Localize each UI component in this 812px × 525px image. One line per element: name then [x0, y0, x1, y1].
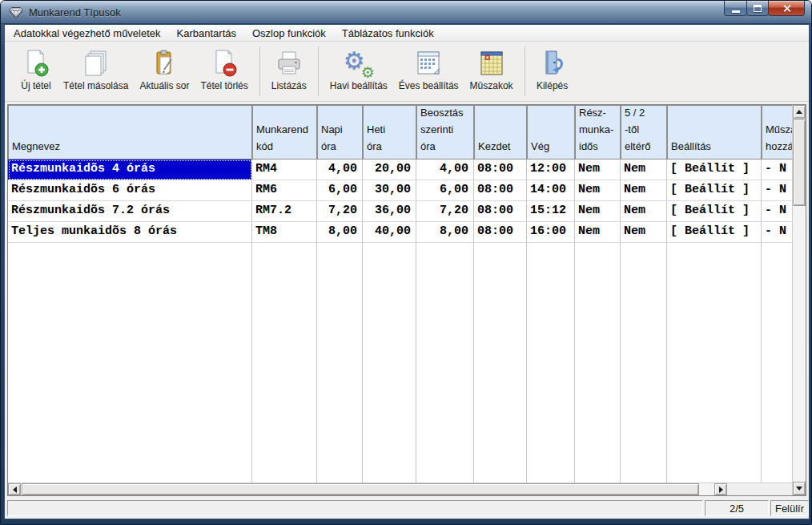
- table-cell[interactable]: Nem: [621, 222, 667, 243]
- table-cell[interactable]: RM6: [252, 180, 317, 201]
- menu-maintenance[interactable]: Karbantartás: [169, 26, 244, 41]
- beallit-button-cell[interactable]: [ Beállít ]: [667, 222, 762, 243]
- scroll-left-button[interactable]: [8, 483, 21, 495]
- table-cell[interactable]: Teljes munkaidõs 8 órás: [8, 222, 252, 243]
- client-area: Adatokkal végezhető műveletek Karbantart…: [4, 24, 810, 519]
- column-header-label: Beosztás szerinti óra: [420, 105, 463, 155]
- table-cell[interactable]: Nem: [621, 180, 667, 201]
- table-cell[interactable]: 08:00: [474, 180, 527, 201]
- table-cell[interactable]: 30,00: [363, 180, 416, 201]
- column-header-5-2-eltero[interactable]: 5 / 2 -től eltérő: [621, 105, 667, 160]
- horizontal-scroll-thumb[interactable]: [22, 483, 699, 495]
- menu-column-functions[interactable]: Oszlop funkciók: [244, 26, 334, 41]
- column-header-reszmunkaidos[interactable]: Rész- munka- idős: [575, 105, 621, 160]
- exit-button[interactable]: Kilépés: [531, 46, 574, 93]
- table-cell[interactable]: - N: [762, 160, 792, 180]
- menu-bar: Adatokkal végezhető műveletek Karbantart…: [5, 25, 809, 42]
- table-row: Teljes munkaidõs 8 órás TM8 8,00 40,00 8…: [8, 222, 792, 243]
- table-cell[interactable]: 7,20: [317, 201, 363, 222]
- table-cell-selected[interactable]: Részmunkaidõs 4 órás: [8, 160, 252, 180]
- column-header-veg[interactable]: Vég: [527, 105, 575, 160]
- beallit-button-cell[interactable]: [ Beállít ]: [667, 180, 762, 201]
- beallit-button-cell[interactable]: [ Beállít ]: [667, 160, 762, 180]
- table-cell[interactable]: 12:00: [527, 160, 575, 180]
- scroll-down-button[interactable]: [793, 482, 806, 495]
- column-header-beallitas[interactable]: Beállítás: [667, 105, 762, 160]
- column-header-beosztas-ora[interactable]: Beosztás szerinti óra: [416, 105, 474, 160]
- toolbar-separator: [259, 46, 260, 96]
- table-cell[interactable]: 14:00: [527, 180, 575, 201]
- toolbar-label: Listázás: [271, 80, 307, 91]
- copy-item-button[interactable]: Tétel másolása: [58, 46, 134, 93]
- table-cell[interactable]: 6,00: [317, 180, 363, 201]
- table-cell[interactable]: - N: [762, 201, 792, 222]
- table-cell[interactable]: - N: [762, 222, 792, 243]
- scrollbar-corner: [727, 483, 792, 495]
- table-cell[interactable]: 08:00: [474, 160, 527, 180]
- column-header-label: Beállítás: [671, 138, 711, 155]
- table-cell[interactable]: 40,00: [363, 222, 416, 243]
- beallit-button-cell[interactable]: [ Beállít ]: [667, 201, 762, 222]
- table-cell[interactable]: Részmunkaidõs 6 órás: [8, 180, 252, 201]
- scroll-right-button[interactable]: [714, 483, 727, 495]
- new-item-button[interactable]: Új tétel: [14, 46, 58, 93]
- yearly-settings-button[interactable]: Éves beállítás: [393, 46, 464, 93]
- table-cell[interactable]: Nem: [575, 201, 621, 222]
- table-cell[interactable]: TM8: [252, 222, 317, 243]
- column-header-kezdet[interactable]: Kezdet: [474, 105, 527, 160]
- column-header-label: Heti óra: [367, 121, 385, 155]
- horizontal-scrollbar[interactable]: [8, 483, 727, 495]
- table-cell[interactable]: Nem: [575, 160, 621, 180]
- toolbar-label: Tétel törlés: [200, 80, 247, 91]
- table-cell[interactable]: 4,00: [416, 160, 474, 180]
- table-cell[interactable]: Nem: [621, 201, 667, 222]
- table-cell[interactable]: 08:00: [474, 201, 527, 222]
- column-header-napi-ora[interactable]: Napi óra: [317, 105, 363, 160]
- table-cell[interactable]: RM7.2: [252, 201, 317, 222]
- grid-body: Részmunkaidõs 4 órás RM4 4,00 20,00 4,00…: [8, 160, 792, 483]
- toolbar-label: Éves beállítás: [399, 80, 459, 91]
- column-header-muszak-hozza[interactable]: Műsza hozzá: [762, 105, 792, 160]
- list-print-button[interactable]: Listázás: [266, 46, 312, 93]
- table-cell[interactable]: 16:00: [527, 222, 575, 243]
- toolbar-label: Új tétel: [21, 80, 50, 91]
- monthly-settings-button[interactable]: ⚙⚙ Havi beállítás: [324, 46, 393, 93]
- column-header-munkarend-kod[interactable]: Munkarend kód: [252, 105, 317, 160]
- table-cell[interactable]: - N: [762, 180, 792, 201]
- toolbar-separator: [525, 46, 525, 96]
- table-cell[interactable]: RM4: [252, 160, 317, 180]
- table-cell[interactable]: 15:12: [527, 201, 575, 222]
- vertical-scrollbar[interactable]: [792, 105, 806, 495]
- delete-item-button[interactable]: Tétel törlés: [195, 46, 253, 93]
- table-cell[interactable]: Részmunkaidõs 7.2 órás: [8, 201, 252, 222]
- menu-table-functions[interactable]: Táblázatos funkciók: [334, 26, 442, 41]
- vertical-scroll-thumb[interactable]: [793, 119, 806, 206]
- table-cell[interactable]: 6,00: [416, 180, 474, 201]
- shifts-button[interactable]: Mûszakok: [464, 46, 519, 93]
- table-cell[interactable]: 7,20: [416, 201, 474, 222]
- titlebar[interactable]: Munkarend Típusok: [1, 1, 811, 24]
- table-cell[interactable]: Nem: [575, 222, 621, 243]
- status-message-panel: [7, 500, 703, 516]
- table-cell[interactable]: Nem: [621, 160, 667, 180]
- menu-data-operations[interactable]: Adatokkal végezhető műveletek: [5, 26, 169, 41]
- column-header-label: Műsza hozzá: [766, 121, 792, 155]
- table-cell[interactable]: 36,00: [363, 201, 416, 222]
- table-cell[interactable]: 8,00: [416, 222, 474, 243]
- scroll-up-button[interactable]: [793, 105, 806, 119]
- column-header-heti-ora[interactable]: Heti óra: [363, 105, 416, 160]
- minimize-button[interactable]: [724, 1, 747, 16]
- column-header-megnevez[interactable]: Megnevez: [8, 105, 252, 160]
- exit-door-icon: [537, 48, 568, 79]
- current-row-button[interactable]: Aktuális sor: [134, 46, 195, 93]
- table-cell[interactable]: 8,00: [317, 222, 363, 243]
- maximize-button[interactable]: [746, 1, 769, 16]
- table-cell[interactable]: 08:00: [474, 222, 527, 243]
- grid-header-row: Megnevez Munkarend kód Napi óra Heti óra…: [8, 105, 792, 160]
- toolbar: Új tétel Tétel másolása Aktuális: [5, 42, 809, 102]
- status-bar: 2/5 Felülír: [5, 499, 809, 519]
- table-cell[interactable]: 20,00: [363, 160, 416, 180]
- close-button[interactable]: [768, 1, 805, 16]
- table-cell[interactable]: 4,00: [317, 160, 363, 180]
- table-cell[interactable]: Nem: [575, 180, 621, 201]
